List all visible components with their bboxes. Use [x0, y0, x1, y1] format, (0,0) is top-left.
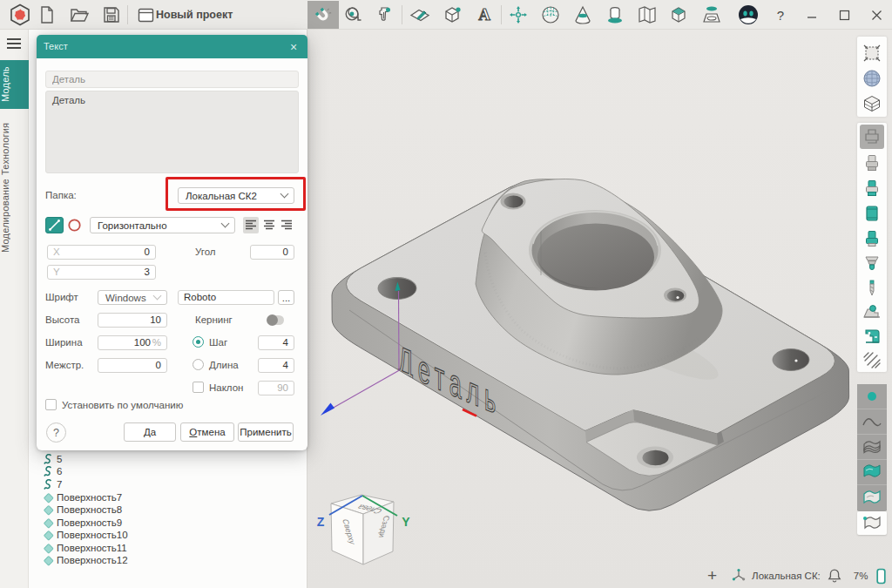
map-button[interactable]	[632, 1, 662, 29]
surfaces-display-button[interactable]	[857, 435, 887, 460]
document-tab-title[interactable]: Новый проект	[156, 0, 233, 30]
measure-tape-button[interactable]	[338, 1, 368, 29]
dialog-close-button[interactable]: ×	[285, 35, 302, 58]
point-display-button[interactable]	[857, 384, 887, 409]
circle-mode-button[interactable]	[66, 217, 83, 233]
viewport-3d[interactable]: Деталь Z Y Слева Сверху Сзади	[307, 30, 892, 588]
angle-field[interactable]: 0	[250, 245, 294, 260]
gauge-button[interactable]	[860, 300, 884, 324]
assistant-button[interactable]	[733, 1, 763, 29]
help-button[interactable]: ?	[765, 0, 796, 30]
font-system-select[interactable]: Windows	[98, 290, 167, 305]
cone-section-button[interactable]	[568, 1, 598, 29]
text-tool-button[interactable]: А	[470, 1, 499, 29]
sewing-tool-button[interactable]	[860, 324, 884, 348]
y-coordinate-field[interactable]: Y 3	[47, 265, 156, 280]
new-file-button[interactable]	[32, 1, 62, 29]
x-coordinate-field[interactable]: X 0	[47, 245, 156, 260]
apply-button[interactable]: Применить	[238, 422, 294, 442]
hatch-tool-button[interactable]	[860, 348, 884, 372]
maximize-button[interactable]	[828, 0, 860, 30]
countersink-button[interactable]	[860, 252, 884, 276]
move-tool-button[interactable]	[503, 1, 533, 29]
length-field[interactable]: 4	[258, 358, 294, 373]
width-field[interactable]: 100 %	[98, 335, 167, 350]
caliper-button[interactable]	[370, 1, 400, 29]
pedestal-button[interactable]	[600, 1, 630, 29]
font-label: Шрифт	[45, 292, 78, 302]
save-button[interactable]	[97, 1, 126, 29]
length-radio[interactable]	[193, 359, 204, 370]
sphere-mesh-button[interactable]	[536, 1, 565, 29]
align-right-button[interactable]	[279, 217, 294, 233]
tree-item[interactable]: Поверхность10	[43, 529, 128, 541]
cancel-button[interactable]: Отмена	[180, 422, 234, 442]
press-tool-button[interactable]	[860, 125, 884, 149]
default-checkbox[interactable]	[45, 399, 57, 410]
stamp-button[interactable]	[697, 1, 726, 29]
coordinate-system-label[interactable]: Локальная СК:	[752, 571, 821, 581]
align-left-button[interactable]	[243, 217, 259, 233]
flag-outline-button[interactable]	[857, 511, 887, 535]
text-name-input[interactable]	[45, 71, 299, 88]
select-region-button[interactable]	[860, 41, 884, 65]
sidebar-tab-modeling[interactable]: Моделирование	[0, 185, 29, 253]
tree-item[interactable]: Поверхность11	[43, 542, 127, 554]
stud-teal-button[interactable]	[860, 176, 884, 200]
line-mode-button[interactable]	[45, 217, 64, 233]
menu-hamburger-button[interactable]	[7, 38, 21, 49]
step-field[interactable]: 4	[258, 335, 294, 350]
direction-select[interactable]: Горизонтально	[90, 217, 235, 233]
drill-button[interactable]	[860, 276, 884, 301]
block-button[interactable]	[664, 1, 693, 29]
slant-checkbox[interactable]	[193, 382, 204, 393]
font-system-value: Windows	[105, 291, 146, 304]
dialog-header[interactable]: Текст ×	[37, 35, 307, 58]
highlight-red-outline	[166, 177, 306, 211]
solid-body-button[interactable]	[437, 1, 467, 29]
slant-field[interactable]: 90	[258, 381, 294, 395]
text-content-textarea[interactable]: Деталь	[45, 91, 299, 173]
height-label: Высота	[45, 314, 80, 325]
battery-icon[interactable]	[876, 567, 886, 585]
close-window-button[interactable]	[861, 0, 892, 30]
tree-item[interactable]: Поверхность7	[43, 491, 122, 504]
minimize-button[interactable]	[796, 0, 828, 30]
app-logo[interactable]	[5, 1, 35, 29]
sidebar-tab-model[interactable]: Модель	[0, 60, 29, 109]
cylinder-teal-button[interactable]	[860, 201, 884, 226]
tree-item[interactable]: 7	[43, 478, 62, 490]
tree-item[interactable]: 6	[43, 465, 62, 477]
kerning-toggle[interactable]	[267, 315, 284, 325]
flag-teal-button[interactable]	[857, 460, 887, 485]
curve-display-button[interactable]	[857, 409, 887, 435]
add-button[interactable]: +	[707, 566, 717, 585]
boss-bore	[529, 210, 661, 291]
stud-gray-button[interactable]	[860, 151, 884, 175]
font-browse-button[interactable]: ...	[278, 290, 294, 305]
tree-item[interactable]: Поверхность12	[43, 554, 128, 566]
stud-teal2-button[interactable]	[860, 226, 884, 251]
align-center-button[interactable]	[261, 217, 277, 233]
sidebar-tab-technology[interactable]: Технология	[0, 122, 29, 176]
shaded-view-button[interactable]	[860, 66, 884, 91]
wireframe-view-button[interactable]	[860, 91, 884, 116]
zoom-percentage[interactable]: 7%	[854, 571, 868, 581]
height-field[interactable]: 10	[98, 313, 167, 328]
linespacing-field[interactable]: 0	[98, 358, 167, 373]
open-file-button[interactable]	[64, 1, 94, 29]
dialog-help-button[interactable]: ?	[46, 422, 66, 443]
sketch-plane-button[interactable]	[405, 1, 435, 29]
step-radio[interactable]	[193, 336, 204, 348]
tree-item[interactable]: Поверхность8	[43, 504, 122, 516]
notifications-bell-icon[interactable]	[828, 568, 841, 583]
tree-item[interactable]: Поверхность9	[43, 517, 122, 529]
snap-toggle-button[interactable]	[307, 1, 339, 29]
top-toolbar: Новый проект	[0, 0, 892, 30]
dialog-title: Текст	[44, 35, 68, 58]
tree-item[interactable]: 5	[43, 453, 62, 465]
coordinate-system-icon[interactable]	[731, 568, 747, 584]
ok-button[interactable]: Да	[124, 422, 176, 442]
flag-light-button[interactable]	[857, 485, 887, 510]
font-name-field[interactable]: Roboto	[178, 290, 274, 305]
